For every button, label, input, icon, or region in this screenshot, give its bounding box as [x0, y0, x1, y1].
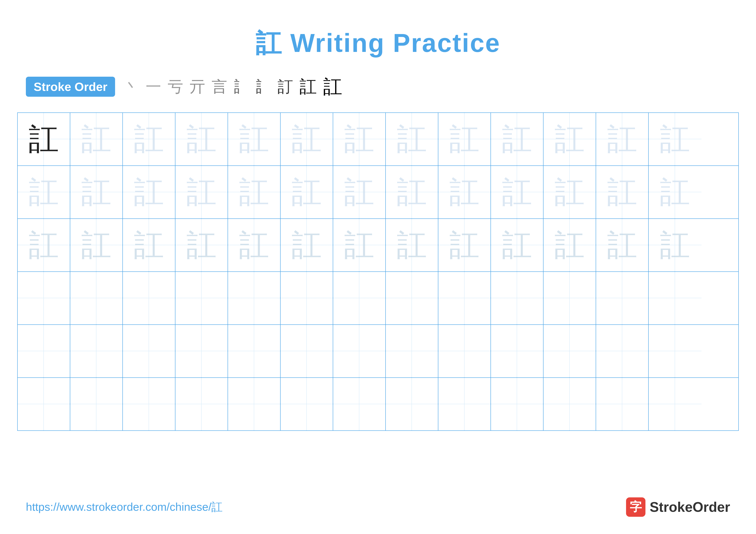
stroke-8: 訂	[278, 76, 293, 97]
stroke-1: 丶	[124, 76, 139, 97]
grid-cell-empty[interactable]	[544, 378, 596, 430]
grid-cell-empty[interactable]	[228, 272, 281, 324]
grid-cell-empty[interactable]	[649, 378, 701, 430]
grid-cell-empty[interactable]	[176, 325, 228, 377]
char-medium: 訌	[29, 230, 59, 260]
grid-cell: 訌	[491, 166, 544, 218]
grid-cell-empty[interactable]	[18, 272, 70, 324]
grid-cell-empty[interactable]	[596, 378, 649, 430]
char-light: 訌	[554, 177, 585, 207]
page-title: 訌 Writing Practice	[0, 0, 756, 61]
stroke-3: 亏	[168, 76, 183, 97]
grid-row-5[interactable]	[18, 325, 738, 378]
char-light: 訌	[607, 124, 637, 154]
char-light: 訌	[29, 177, 59, 207]
stroke-order-badge: Stroke Order	[26, 77, 115, 97]
grid-cell-empty[interactable]	[438, 272, 491, 324]
grid-cell-empty[interactable]	[176, 272, 228, 324]
grid-cell: 訌	[281, 166, 333, 218]
char-light: 訌	[660, 177, 690, 207]
grid-cell: 訌	[281, 219, 333, 271]
grid-cell-empty[interactable]	[491, 378, 544, 430]
grid-cell-empty[interactable]	[333, 378, 386, 430]
grid-cell-empty[interactable]	[386, 272, 438, 324]
grid-cell: 訌	[70, 166, 123, 218]
grid-cell: 訌	[386, 219, 438, 271]
practice-grid: 訌 訌 訌 訌 訌 訌 訌 訌 訌 訌 訌 訌 訌 訌 訌 訌 訌 訌 訌 訌 …	[17, 113, 739, 431]
grid-cell: 訌	[123, 166, 176, 218]
char-light: 訌	[554, 124, 585, 154]
grid-cell-empty[interactable]	[123, 378, 176, 430]
grid-cell-empty[interactable]	[491, 325, 544, 377]
char-medium: 訌	[502, 230, 532, 260]
grid-cell: 訌	[333, 166, 386, 218]
grid-cell: 訌	[596, 113, 649, 165]
grid-cell-empty[interactable]	[333, 272, 386, 324]
char-light: 訌	[607, 177, 637, 207]
grid-cell-empty[interactable]	[281, 272, 333, 324]
grid-cell-empty[interactable]	[70, 272, 123, 324]
grid-cell-empty[interactable]	[228, 378, 281, 430]
grid-cell-empty[interactable]	[386, 378, 438, 430]
grid-cell-empty[interactable]	[70, 325, 123, 377]
grid-cell-empty[interactable]	[18, 378, 70, 430]
grid-cell-empty[interactable]	[649, 325, 701, 377]
char-light: 訌	[449, 124, 479, 154]
grid-cell: 訌	[333, 219, 386, 271]
stroke-4: 亓	[190, 76, 205, 97]
grid-cell-empty[interactable]	[544, 325, 596, 377]
char-medium: 訌	[134, 230, 164, 260]
char-light: 訌	[186, 177, 217, 207]
grid-cell-empty[interactable]	[228, 325, 281, 377]
grid-cell-empty[interactable]	[18, 325, 70, 377]
char-medium: 訌	[239, 230, 269, 260]
grid-row-4[interactable]	[18, 272, 738, 325]
grid-cell: 訌	[386, 166, 438, 218]
grid-cell-empty[interactable]	[333, 325, 386, 377]
stroke-10: 訌	[323, 74, 342, 99]
grid-cell-empty[interactable]	[281, 325, 333, 377]
grid-cell: 訌	[18, 113, 70, 165]
grid-cell: 訌	[438, 113, 491, 165]
grid-cell-empty[interactable]	[438, 378, 491, 430]
grid-cell-empty[interactable]	[281, 378, 333, 430]
grid-cell: 訌	[123, 219, 176, 271]
grid-row-6[interactable]	[18, 378, 738, 430]
grid-cell-empty[interactable]	[386, 325, 438, 377]
char-light: 訌	[81, 177, 111, 207]
stroke-9: 訌	[300, 75, 317, 98]
grid-cell-empty[interactable]	[544, 272, 596, 324]
char-medium: 訌	[344, 230, 374, 260]
footer: https://www.strokeorder.com/chinese/訌 字 …	[0, 497, 756, 517]
grid-cell: 訌	[544, 113, 596, 165]
grid-cell-empty[interactable]	[438, 325, 491, 377]
grid-cell-empty[interactable]	[596, 272, 649, 324]
grid-cell-empty[interactable]	[596, 325, 649, 377]
grid-cell: 訌	[70, 219, 123, 271]
grid-cell-empty[interactable]	[123, 325, 176, 377]
grid-row-3: 訌 訌 訌 訌 訌 訌 訌 訌 訌 訌 訌 訌 訌	[18, 219, 738, 272]
char-light: 訌	[502, 177, 532, 207]
grid-cell: 訌	[544, 166, 596, 218]
char-medium: 訌	[554, 230, 585, 260]
char-light: 訌	[81, 124, 111, 154]
char-light: 訌	[134, 124, 164, 154]
grid-cell: 訌	[228, 113, 281, 165]
grid-cell: 訌	[176, 219, 228, 271]
grid-cell: 訌	[18, 166, 70, 218]
footer-url[interactable]: https://www.strokeorder.com/chinese/訌	[26, 499, 223, 515]
grid-cell: 訌	[438, 219, 491, 271]
grid-cell: 訌	[176, 113, 228, 165]
grid-cell-empty[interactable]	[176, 378, 228, 430]
grid-cell: 訌	[333, 113, 386, 165]
grid-cell-empty[interactable]	[491, 272, 544, 324]
grid-cell-empty[interactable]	[123, 272, 176, 324]
char-medium: 訌	[186, 230, 217, 260]
grid-cell: 訌	[649, 113, 701, 165]
grid-cell-empty[interactable]	[70, 378, 123, 430]
char-light: 訌	[134, 177, 164, 207]
char-medium: 訌	[397, 230, 427, 260]
grid-cell-empty[interactable]	[649, 272, 701, 324]
char-medium: 訌	[607, 230, 637, 260]
grid-cell: 訌	[281, 113, 333, 165]
